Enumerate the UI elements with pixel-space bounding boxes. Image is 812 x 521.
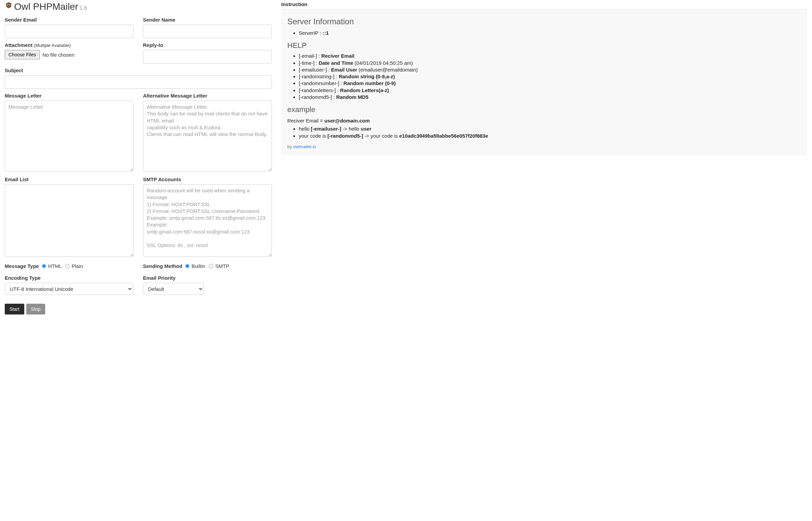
message-type-group: Message Type HTML Plain (5, 263, 134, 269)
sending-method-smtp-label: SMTP (215, 263, 229, 269)
sender-name-label: Sender Name (143, 17, 272, 23)
message-type-plain-radio[interactable] (65, 264, 69, 268)
instruction-panel: Server Information ServerIP : ::1 HELP [… (281, 9, 807, 155)
help-item: [-email-] : Reciver Email (299, 53, 801, 60)
message-type-html-radio[interactable] (42, 264, 46, 268)
smtp-accounts-input[interactable] (143, 184, 272, 257)
example-list: hello [-emailuser-] -> hello useryour co… (287, 126, 801, 139)
sending-method-group: Sending Method Builtin SMTP (143, 263, 272, 269)
subject-input[interactable] (5, 75, 272, 89)
example-item: hello [-emailuser-] -> hello user (299, 126, 801, 132)
sender-email-label: Sender Email (5, 17, 134, 23)
stop-button[interactable]: Stop (26, 304, 46, 315)
message-letter-input[interactable] (5, 100, 134, 172)
encoding-type-select[interactable]: UTF-8 International Unicode (5, 283, 133, 295)
help-heading: HELP (287, 41, 801, 50)
message-type-html-label: HTML (48, 263, 62, 269)
credits-link[interactable]: owlmailer.io (293, 144, 316, 149)
owl-icon (5, 1, 13, 9)
help-item: [-randomnumber-] : Random number (0-9) (299, 80, 801, 87)
server-ip-item: ServerIP : ::1 (299, 30, 801, 37)
alt-message-letter-input[interactable] (143, 100, 272, 172)
reply-to-label: Reply-to (143, 42, 272, 48)
attachment-label: Attachment (Multiple Available) (5, 42, 134, 48)
sending-method-smtp-radio[interactable] (209, 264, 213, 268)
file-status: No file chosen (43, 52, 74, 58)
sending-method-builtin-label: Builtin (192, 263, 205, 269)
sender-name-input[interactable] (143, 25, 272, 38)
sender-email-input[interactable] (5, 25, 134, 38)
help-list: [-email-] : Reciver Email[-time-] : Date… (287, 53, 801, 100)
email-priority-label: Email Priority (143, 275, 272, 281)
example-intro: Reciver Email = user@domain.com (287, 117, 801, 124)
subject-label: Subject (5, 67, 272, 73)
email-list-label: Email List (5, 177, 134, 182)
help-item: [-randommd5-] : Random MD5 (299, 94, 801, 100)
help-item: [-randomstring-] : Random string (0-9,a-… (299, 73, 801, 80)
message-type-plain-label: Plain (71, 263, 82, 269)
reply-to-input[interactable] (143, 50, 272, 64)
start-button[interactable]: Start (5, 304, 24, 315)
encoding-type-label: Encoding Type (5, 275, 134, 281)
help-item: [-time-] : Date and Time (04/01/2019 04:… (299, 60, 801, 66)
page-title: Owl PHPMailer 1.6 (5, 1, 272, 12)
app-version: 1.6 (79, 5, 87, 11)
sending-method-builtin-radio[interactable] (185, 264, 190, 268)
example-item: your code is [-randommd5-] -> your code … (299, 133, 801, 139)
choose-files-button[interactable]: Choose Files (5, 50, 40, 60)
smtp-accounts-label: SMTP Accounts (143, 177, 272, 182)
server-info-heading: Server Information (287, 17, 801, 26)
message-letter-label: Message Letter (5, 93, 134, 98)
help-item: [-randomletters-] : Random Letters(a-z) (299, 87, 801, 94)
alt-message-letter-label: Alternative Message Letter (143, 93, 272, 98)
app-title: Owl PHPMailer (14, 1, 78, 12)
credits: by owlmailer.io (287, 144, 801, 149)
example-heading: example (287, 105, 801, 114)
help-item: [-emailuser-] : Email User (emailuser@em… (299, 66, 801, 73)
email-list-input[interactable] (5, 184, 134, 257)
email-priority-select[interactable]: Default (143, 283, 204, 295)
instruction-heading: Instruction (281, 1, 807, 7)
